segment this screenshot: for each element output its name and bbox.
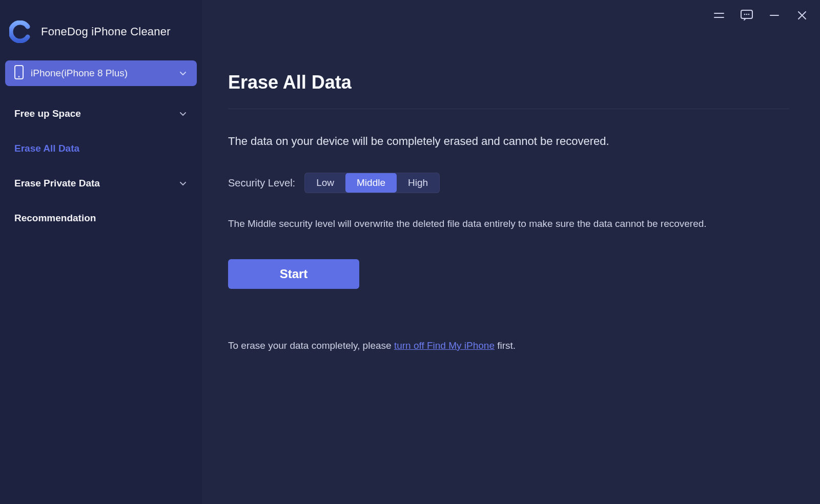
warning-text: The data on your device will be complete… [228,135,789,148]
security-level-low[interactable]: Low [305,173,345,193]
titlebar [202,0,820,31]
chevron-down-icon [178,109,188,118]
page-title: Erase All Data [228,72,789,93]
hint-prefix: To erase your data completely, please [228,340,394,351]
svg-point-4 [746,14,748,15]
chevron-down-icon [178,179,188,188]
device-selector[interactable]: iPhone(iPhone 8 Plus) [5,60,197,86]
security-level-segmented: Low Middle High [304,173,440,193]
sidebar-item-label: Erase Private Data [14,178,100,189]
feedback-icon[interactable] [739,8,754,23]
sidebar-item-erase-all-data[interactable]: Erase All Data [5,136,197,161]
svg-point-3 [744,14,746,15]
security-level-high[interactable]: High [397,173,439,193]
app-title: FoneDog iPhone Cleaner [41,25,171,38]
divider [228,109,789,109]
phone-icon [14,65,24,82]
brand: FoneDog iPhone Cleaner [0,0,202,60]
main: Erase All Data The data on your device w… [202,0,820,504]
sidebar-item-label: Recommendation [14,213,96,224]
security-level-description: The Middle security level will overwrite… [228,217,789,232]
close-icon[interactable] [794,8,810,23]
app-logo-icon [9,20,32,43]
find-my-iphone-hint: To erase your data completely, please tu… [228,340,789,351]
security-level-middle[interactable]: Middle [345,173,397,193]
sidebar-item-erase-private-data[interactable]: Erase Private Data [5,171,197,196]
menu-icon[interactable] [711,8,727,23]
minimize-icon[interactable] [767,8,782,23]
sidebar-item-recommendation[interactable]: Recommendation [5,206,197,230]
turn-off-find-my-iphone-link[interactable]: turn off Find My iPhone [394,340,495,351]
svg-point-1 [18,76,20,77]
security-level-row: Security Level: Low Middle High [228,173,789,193]
content: Erase All Data The data on your device w… [202,31,820,351]
sidebar-item-label: Erase All Data [14,143,79,154]
svg-point-5 [748,14,750,15]
chevron-down-icon [178,69,188,78]
sidebar-item-free-up-space[interactable]: Free up Space [5,101,197,126]
hint-suffix: first. [495,340,516,351]
device-label: iPhone(iPhone 8 Plus) [31,68,128,79]
nav: iPhone(iPhone 8 Plus) Free up Space Eras… [0,60,202,240]
security-level-label: Security Level: [228,177,295,189]
start-button[interactable]: Start [228,259,359,289]
sidebar: FoneDog iPhone Cleaner iPhone(iPhone 8 P… [0,0,202,504]
sidebar-item-label: Free up Space [14,108,81,119]
